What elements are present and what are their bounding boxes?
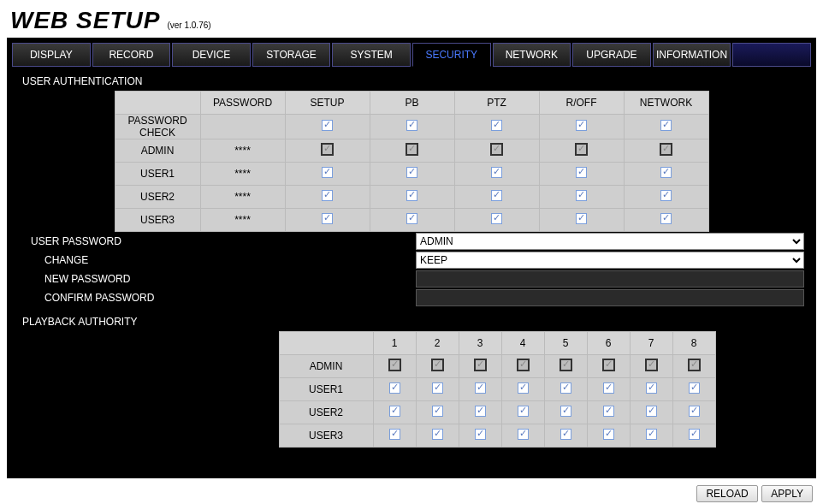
auth-checkbox[interactable] (576, 213, 587, 224)
pb-checkbox (517, 359, 530, 371)
version-label: (ver 1.0.76) (167, 21, 210, 30)
auth-checkbox (660, 143, 672, 156)
tab-security[interactable]: SECURITY (412, 43, 491, 67)
auth-col-ptz: PTZ (454, 92, 539, 115)
auth-checkbox[interactable] (576, 190, 587, 201)
auth-checkbox[interactable] (660, 120, 672, 131)
auth-checkbox[interactable] (491, 120, 502, 131)
tab-information[interactable]: INFORMATION (653, 43, 731, 67)
auth-row-label: ADMIN (115, 139, 200, 163)
pb-checkbox[interactable] (603, 406, 614, 417)
new-password-input[interactable] (416, 270, 804, 288)
pb-checkbox (388, 359, 401, 371)
pb-row-label: ADMIN (279, 355, 373, 378)
reload-button[interactable]: RELOAD (696, 485, 757, 502)
page-title: WEB SETUP (10, 7, 160, 34)
pb-checkbox[interactable] (689, 382, 700, 394)
tab-storage[interactable]: STORAGE (252, 43, 331, 67)
auth-col-password: PASSWORD (200, 92, 285, 115)
pb-col-5: 5 (544, 332, 587, 355)
auth-checkbox[interactable] (322, 167, 333, 178)
pb-checkbox[interactable] (560, 382, 571, 394)
auth-checkbox[interactable] (660, 167, 672, 178)
pb-checkbox[interactable] (689, 429, 700, 440)
tab-network[interactable]: NETWORK (493, 43, 571, 67)
playback-authority-table: 12345678ADMINUSER1USER2USER3 (279, 331, 716, 448)
pb-checkbox (602, 359, 615, 371)
pb-checkbox[interactable] (518, 429, 529, 440)
pb-checkbox[interactable] (389, 429, 400, 440)
auth-checkbox[interactable] (406, 213, 417, 224)
auth-col-r/off: R/OFF (539, 92, 624, 115)
auth-checkbox (490, 143, 503, 156)
tab-filler (732, 43, 811, 67)
auth-checkbox[interactable] (322, 120, 333, 131)
tab-record[interactable]: RECORD (92, 43, 171, 67)
pb-col-7: 7 (630, 332, 672, 355)
pb-col-3: 3 (459, 332, 501, 355)
pb-checkbox[interactable] (560, 429, 571, 440)
auth-checkbox[interactable] (406, 190, 417, 201)
auth-row-label: USER1 (115, 163, 200, 186)
pb-checkbox[interactable] (432, 429, 443, 440)
tab-bar: DISPLAYRECORDDEVICESTORAGESYSTEMSECURITY… (12, 43, 811, 67)
auth-password-cell: **** (200, 163, 285, 186)
pb-checkbox[interactable] (475, 429, 486, 440)
pb-checkbox[interactable] (475, 382, 486, 394)
pb-col-2: 2 (416, 332, 459, 355)
pb-checkbox[interactable] (646, 406, 657, 417)
auth-row-label: PASSWORDCHECK (115, 115, 200, 139)
auth-checkbox[interactable] (660, 190, 672, 201)
tab-display[interactable]: DISPLAY (12, 43, 91, 67)
pb-checkbox[interactable] (560, 406, 571, 417)
pb-checkbox (431, 359, 444, 371)
pb-checkbox[interactable] (646, 429, 657, 440)
user-password-select[interactable]: ADMIN (416, 233, 804, 250)
auth-password-cell: **** (200, 186, 285, 209)
auth-checkbox[interactable] (576, 120, 587, 131)
auth-checkbox[interactable] (406, 120, 417, 131)
tab-device[interactable]: DEVICE (172, 43, 251, 67)
confirm-password-label: CONFIRM PASSWORD (19, 292, 412, 304)
auth-checkbox[interactable] (322, 213, 333, 224)
auth-checkbox[interactable] (660, 213, 672, 224)
auth-password-cell (200, 115, 285, 139)
new-password-label: NEW PASSWORD (19, 273, 412, 285)
auth-checkbox[interactable] (491, 167, 502, 178)
pb-row-label: USER1 (279, 378, 373, 401)
pb-checkbox[interactable] (432, 406, 443, 417)
auth-col-setup: SETUP (285, 92, 370, 115)
auth-checkbox (575, 143, 588, 156)
tab-system[interactable]: SYSTEM (332, 43, 411, 67)
change-label: CHANGE (19, 254, 412, 266)
auth-checkbox[interactable] (491, 213, 502, 224)
apply-button[interactable]: APPLY (761, 485, 813, 502)
pb-checkbox[interactable] (603, 429, 614, 440)
user-auth-table: PASSWORDSETUPPBPTZR/OFFNETWORKPASSWORDCH… (115, 91, 709, 232)
auth-checkbox (321, 143, 334, 156)
pb-row-label: USER3 (279, 424, 373, 448)
pb-checkbox (560, 359, 572, 371)
auth-row-label: USER2 (115, 186, 200, 209)
pb-checkbox[interactable] (689, 406, 700, 417)
confirm-password-input[interactable] (416, 289, 804, 306)
tab-upgrade[interactable]: UPGRADE (572, 43, 651, 67)
pb-checkbox[interactable] (518, 406, 529, 417)
auth-checkbox[interactable] (406, 167, 417, 178)
auth-checkbox[interactable] (576, 167, 587, 178)
auth-row-label: USER3 (115, 209, 200, 232)
pb-checkbox[interactable] (389, 382, 400, 394)
pb-checkbox[interactable] (603, 382, 614, 394)
pb-col-1: 1 (373, 332, 416, 355)
auth-checkbox[interactable] (322, 190, 333, 201)
auth-checkbox[interactable] (491, 190, 502, 201)
pb-checkbox[interactable] (475, 406, 486, 417)
pb-checkbox[interactable] (646, 382, 657, 394)
pb-checkbox[interactable] (518, 382, 529, 394)
pb-checkbox (688, 359, 701, 371)
pb-checkbox[interactable] (389, 406, 400, 417)
auth-password-cell: **** (200, 139, 285, 163)
change-select[interactable]: KEEP (416, 252, 804, 269)
auth-password-cell: **** (200, 209, 285, 232)
pb-checkbox[interactable] (432, 382, 443, 394)
